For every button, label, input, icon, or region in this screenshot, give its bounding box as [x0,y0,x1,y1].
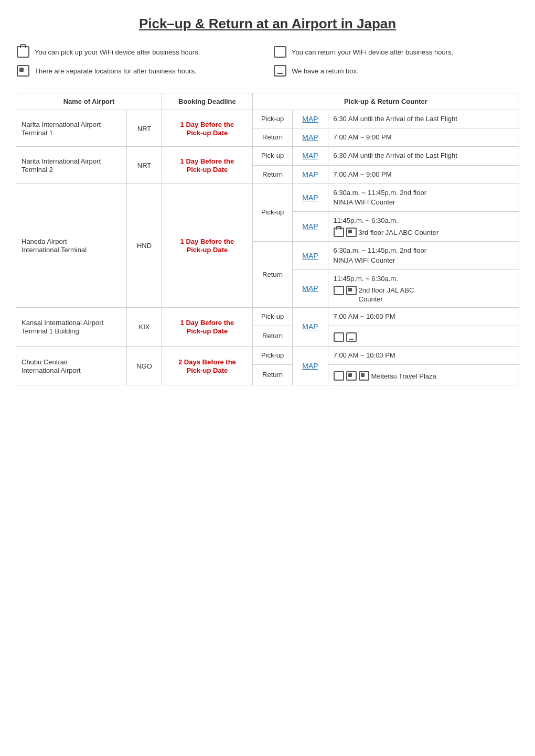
table-row: Haneda Airport International Terminal HN… [16,183,519,211]
info-cell: 7:00 AM ~ 9:00 PM [328,128,519,147]
deadline-kansai: 1 Day Before thePick-up Date [162,307,253,346]
airport-name-narita1: Narita International Airport Terminal 1 [16,110,127,147]
info-cell: Meitetsu Travel Plaza [328,365,519,385]
page-title: Pick–up & Return at an Airport in Japan [16,10,519,32]
return-legend-icon [273,45,287,59]
type-return: Return [252,242,293,308]
info-cell [328,326,519,347]
type-return: Return [252,365,293,385]
table-row: Kansai International Airport Terminal 1 … [16,307,519,326]
info-cell: 7:00 AM ~ 9:00 PM [328,165,519,183]
info-cell: 6:30a.m. ~ 11:45p.m. 2nd floorNINJA WIFI… [328,242,519,269]
info-cell: 7:00 AM ~ 10:00 PM [328,347,519,365]
separate-icon-small [346,286,357,295]
separate-legend-icon [16,63,30,78]
airport-name-kansai: Kansai International Airport Terminal 1 … [16,307,127,346]
deadline-haneda: 1 Day Before thePick-up Date [162,183,253,307]
icon-row: Meitetsu Travel Plaza [334,371,513,381]
airport-code-haneda: HND [126,183,162,307]
info-cell: 6:30a.m. ~ 11:45p.m. 2nd floorNINJA WIFI… [328,183,519,211]
type-return: Return [252,165,293,183]
map-link[interactable]: MAP [293,212,328,242]
map-link[interactable]: MAP [293,307,328,346]
airport-table: Name of Airport Booking Deadline Pick-up… [16,93,519,385]
info-cell: 11:45p.m. ~ 6:30a.m. 2nd floor JAL ABC C… [328,269,519,307]
legend-pickup-text: You can pick up your WiFi device after b… [35,48,200,56]
return-icon-small [334,332,344,342]
map-link[interactable]: MAP [293,347,328,385]
type-return: Return [252,326,293,347]
airport-name-haneda: Haneda Airport International Terminal [16,183,127,307]
type-pickup: Pick-up [252,307,293,326]
table-row: Chubu Centrair International Airport NGO… [16,347,519,365]
deadline-narita2: 1 Day Before thePick-up Date [162,147,253,183]
header-deadline: Booking Deadline [162,93,253,110]
separate-icon-small [346,371,357,381]
legend-item-separate: There are separate locations for after b… [16,63,262,78]
counter-text: Counter [359,295,513,303]
legend-item-return: You can return your WiFi device after bu… [273,45,519,59]
box-icon-small [346,332,357,342]
legend-section: You can pick up your WiFi device after b… [16,45,519,78]
box-legend-icon [273,63,287,78]
map-link[interactable]: MAP [293,165,328,183]
map-link[interactable]: MAP [293,110,328,128]
table-row: Narita International Airport Terminal 2 … [16,147,519,165]
airport-name-chubu: Chubu Centrair International Airport [16,347,127,385]
map-link[interactable]: MAP [293,242,328,269]
icon-row [334,332,513,342]
airport-code-narita2: NRT [126,147,162,183]
map-link[interactable]: MAP [293,128,328,147]
icon-row: 3rd floor JAL ABC Counter [334,228,513,237]
map-link[interactable]: MAP [293,269,328,307]
info-cell: 11:45p.m. ~ 6:30a.m. 3rd floor JAL ABC C… [328,212,519,242]
return-icon-small [334,286,344,295]
airport-code-kansai: KIX [126,307,162,346]
table-row: Narita International Airport Terminal 1 … [16,110,519,128]
return-icon-small [334,371,344,381]
legend-box-text: We have a return box. [292,67,359,75]
pickup-legend-icon [16,45,30,59]
deadline-narita1: 1 Day Before thePick-up Date [162,110,253,147]
table-header-row: Name of Airport Booking Deadline Pick-up… [16,93,519,110]
pickup-icon-small [334,228,344,237]
legend-item-pickup: You can pick up your WiFi device after b… [16,45,262,59]
type-pickup: Pick-up [252,110,293,128]
type-return: Return [252,128,293,147]
deadline-chubu: 2 Days Before thePick-up Date [162,347,253,385]
legend-separate-text: There are separate locations for after b… [35,67,197,75]
info-cell: 6:30 AM until the Arrival of the Last Fl… [328,110,519,128]
info-cell: 6:30 AM until the Arrival of the Last Fl… [328,147,519,165]
type-pickup: Pick-up [252,347,293,365]
type-pickup: Pick-up [252,147,293,165]
icon-row: 2nd floor JAL ABC [334,286,513,295]
airport-code-chubu: NGO [126,347,162,385]
separate-icon-small [346,228,357,237]
type-pickup: Pick-up [252,183,293,242]
airport-name-narita2: Narita International Airport Terminal 2 [16,147,127,183]
map-link[interactable]: MAP [293,147,328,165]
header-counter: Pick-up & Return Counter [252,93,519,110]
map-link[interactable]: MAP [293,183,328,211]
airport-code-narita1: NRT [126,110,162,147]
separate-icon-small-2 [359,371,369,381]
legend-item-box: We have a return box. [273,63,519,78]
info-cell: 7:00 AM ~ 10:00 PM [328,307,519,326]
header-airport: Name of Airport [16,93,162,110]
legend-return-text: You can return your WiFi device after bu… [292,48,453,56]
